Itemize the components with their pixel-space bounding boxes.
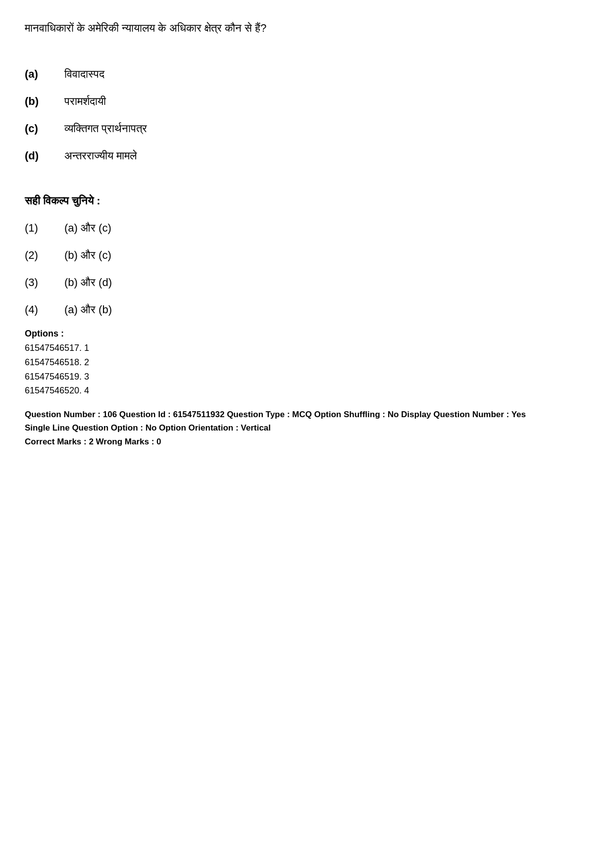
question-text: मानवाधिकारों के अमेरिकी न्यायालय के अधिक… [25, 20, 589, 36]
option-b-text: परामर्शदायी [64, 93, 106, 109]
options-list: 61547546517. 1 61547546518. 2 6154754651… [25, 341, 589, 398]
meta-line-1: Question Number : 106 Question Id : 6154… [25, 408, 569, 421]
option-a-text: विवादास्पद [64, 66, 104, 82]
answer-option-1: (1) (a) और (c) [25, 220, 589, 236]
answer-option-2-text: (b) और (c) [64, 247, 111, 263]
option-c: (c) व्यक्तिगत प्रार्थनापत्र [25, 120, 589, 137]
option-a: (a) विवादास्पद [25, 66, 589, 82]
answer-option-2: (2) (b) और (c) [25, 247, 589, 263]
answer-option-1-number: (1) [25, 220, 64, 236]
option-b-label: (b) [25, 93, 64, 109]
option-c-label: (c) [25, 120, 64, 137]
option-d-text: अन्तरराज्यीय मामले [64, 147, 137, 164]
answer-options-container: (1) (a) और (c) (2) (b) और (c) (3) (b) और… [25, 220, 589, 318]
option-item-3: 61547546519. 3 [25, 370, 589, 384]
option-item-2: 61547546518. 2 [25, 355, 589, 370]
option-c-text: व्यक्तिगत प्रार्थनापत्र [64, 120, 147, 137]
option-b: (b) परामर्शदायी [25, 93, 589, 109]
options-section: Options : 61547546517. 1 61547546518. 2 … [25, 329, 589, 398]
options-label: Options : [25, 329, 589, 339]
answer-option-2-number: (2) [25, 247, 64, 263]
answer-option-3: (3) (b) और (d) [25, 274, 589, 290]
option-item-1: 61547546517. 1 [25, 341, 589, 355]
option-d: (d) अन्तरराज्यीय मामले [25, 147, 589, 164]
option-d-label: (d) [25, 147, 64, 164]
options-container: (a) विवादास्पद (b) परामर्शदायी (c) व्यक्… [25, 66, 589, 164]
meta-line-2: Single Line Question Option : No Option … [25, 421, 569, 434]
meta-line-3: Correct Marks : 2 Wrong Marks : 0 [25, 435, 569, 448]
answer-option-3-number: (3) [25, 274, 64, 290]
answer-option-4: (4) (a) और (b) [25, 301, 589, 318]
option-item-4: 61547546520. 4 [25, 384, 589, 398]
answer-option-3-text: (b) और (d) [64, 274, 112, 290]
section-heading: सही विकल्प चुनिये : [25, 194, 589, 207]
answer-option-1-text: (a) और (c) [64, 220, 111, 236]
answer-option-4-number: (4) [25, 301, 64, 318]
option-a-label: (a) [25, 66, 64, 82]
answer-option-4-text: (a) और (b) [64, 301, 112, 318]
meta-info: Question Number : 106 Question Id : 6154… [25, 408, 569, 448]
